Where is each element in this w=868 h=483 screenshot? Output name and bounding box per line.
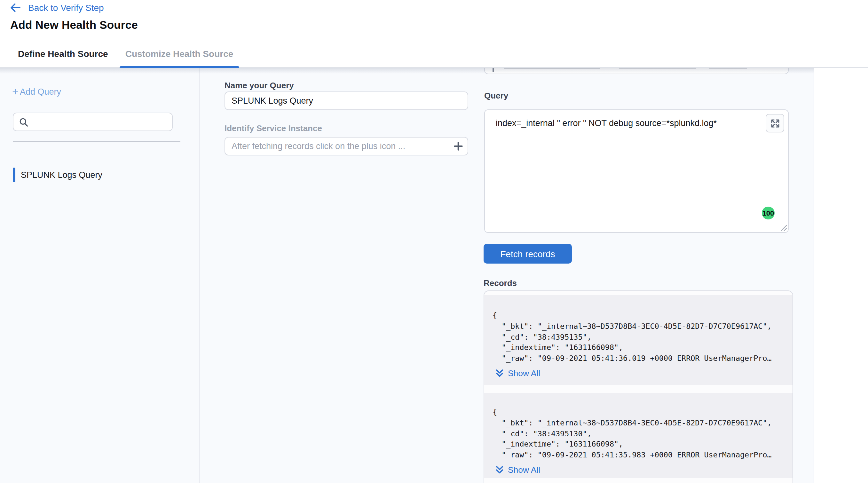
query-search-input[interactable] [32,117,160,127]
query-label: Query [484,91,508,100]
show-all-link[interactable]: Show All [496,368,540,378]
textarea-resize-handle[interactable] [779,223,787,232]
record-count-badge: 100 [762,207,775,219]
expand-query-button[interactable] [766,114,784,132]
query-name-input[interactable] [224,91,468,110]
service-instance-field-wrap [224,137,468,155]
search-icon [19,117,28,126]
show-all-link[interactable]: Show All [496,465,540,475]
records-panel: { "_bkt": "_internal~38~D537D8B4-3EC0-4D… [484,291,793,483]
query-textarea[interactable]: index=_internal " error " NOT debug sour… [484,110,789,233]
query-sidebar: + Add Query SPLUNK Logs Query [0,68,199,483]
previous-field-partially-scrolled[interactable] [484,68,789,74]
health-source-tabbar: Define Health Source Customize Health So… [0,40,868,68]
identify-service-instance-label: Identify Service Instance [224,123,322,133]
fetch-records-button[interactable]: Fetch records [484,244,572,264]
query-text: index=_internal " error " NOT debug sour… [496,118,717,128]
show-all-label: Show All [508,368,540,378]
truncated-text-remnant [709,68,747,69]
record-card: { "_bkt": "_internal~38~D537D8B4-3EC0-4D… [484,295,793,385]
truncated-text-remnant [493,68,494,72]
arrow-left-icon [10,3,21,12]
double-chevron-down-icon [496,369,503,378]
add-health-source-page: Back to Verify Step Add New Health Sourc… [0,0,868,483]
show-all-label: Show All [508,465,540,475]
tab-customize-health-source[interactable]: Customize Health Source [120,40,239,67]
active-item-indicator [13,168,15,182]
back-to-verify-step-link[interactable]: Back to Verify Step [10,3,104,13]
name-your-query-label: Name your Query [224,81,294,90]
page-title: Add New Health Source [10,19,138,32]
add-query-button[interactable]: + Add Query [12,87,61,97]
query-item-label: SPLUNK Logs Query [21,170,102,180]
add-query-label: Add Query [20,87,61,97]
expand-arrows-icon [771,119,779,128]
truncated-text-remnant [619,68,696,69]
sidebar-item-splunk-logs-query[interactable]: SPLUNK Logs Query [13,168,102,182]
tab-define-health-source[interactable]: Define Health Source [18,40,108,67]
query-search-box[interactable] [13,113,173,131]
record-card: { "_bkt": "_internal~38~D537D8B4-3EC0-4D… [484,393,793,478]
record-json: { "_bkt": "_internal~38~D537D8B4-3EC0-4D… [493,310,784,364]
plus-icon: + [12,88,19,96]
records-section-label: Records [484,278,517,288]
service-instance-plus-icon[interactable] [454,141,463,151]
page-header: Back to Verify Step Add New Health Sourc… [0,0,868,40]
service-instance-input[interactable] [224,137,468,155]
back-link-label: Back to Verify Step [28,3,104,13]
record-json: { "_bkt": "_internal~38~D537D8B4-3EC0-4D… [493,407,784,461]
sidebar-divider [13,141,180,142]
truncated-text-remnant [504,68,600,69]
customize-health-source-content: + Add Query SPLUNK Logs Query Name your … [0,68,814,483]
double-chevron-down-icon [496,466,503,474]
